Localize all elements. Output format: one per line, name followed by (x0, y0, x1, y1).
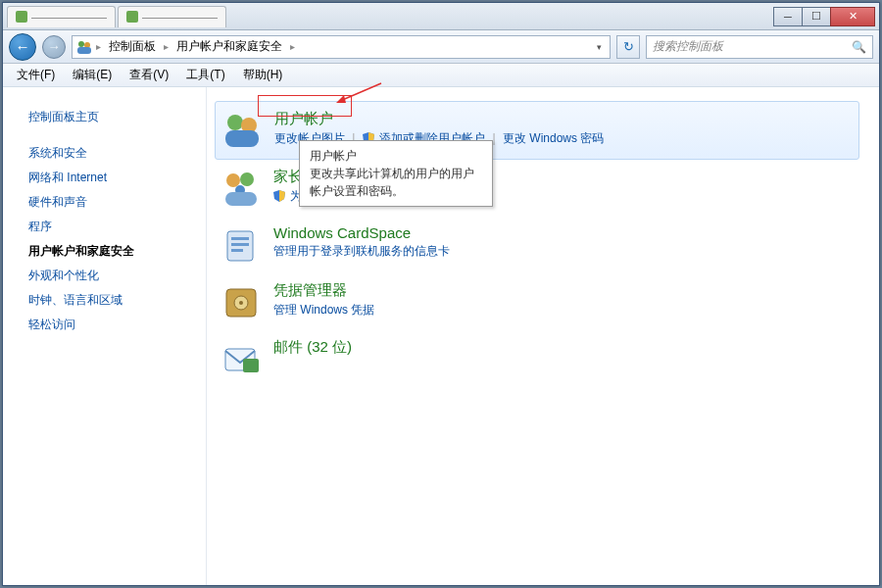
svg-point-3 (227, 115, 243, 130)
refresh-icon: ↻ (623, 39, 634, 54)
maximize-button[interactable]: ☐ (802, 7, 831, 26)
svg-point-6 (226, 173, 240, 187)
main-panel: 用户帐户 更改帐户图片 | 添加或删除用户帐户 | 更改 Windows 密码 (207, 87, 879, 585)
chevron-right-icon: ▸ (290, 41, 295, 52)
breadcrumb-control-panel[interactable]: 控制面板 (105, 37, 160, 56)
browser-tab-1[interactable]: ——————— (7, 6, 116, 27)
tab-label: ——————— (31, 11, 107, 23)
chevron-right-icon: ▸ (164, 41, 169, 52)
favicon-icon (16, 11, 27, 23)
category-credential-manager: 凭据管理器 管理 Windows 凭据 (215, 273, 859, 330)
sidebar-item-appearance[interactable]: 外观和个性化 (28, 264, 196, 288)
category-mail: 邮件 (32 位) (215, 330, 859, 387)
shield-icon (273, 190, 285, 202)
window-controls: ─ ☐ ✕ (774, 7, 875, 26)
menu-tools[interactable]: 工具(T) (178, 64, 232, 86)
tooltip-body: 更改共享此计算机的用户的用户帐户设置和密码。 (310, 165, 482, 200)
menu-file[interactable]: 文件(F) (9, 64, 63, 86)
tooltip: 用户帐户 更改共享此计算机的用户的用户帐户设置和密码。 (299, 140, 493, 207)
close-button[interactable]: ✕ (830, 7, 875, 26)
titlebar: ——————— ——————— ─ ☐ ✕ (3, 3, 879, 30)
menu-bar: 文件(F) 编辑(E) 查看(V) 工具(T) 帮助(H) (3, 64, 879, 87)
category-cardspace: Windows CardSpace 管理用于登录到联机服务的信息卡 (215, 217, 859, 273)
svg-point-7 (240, 172, 254, 186)
user-accounts-icon (221, 110, 263, 151)
mail-icon (220, 338, 262, 379)
sidebar-item-ease[interactable]: 轻松访问 (28, 313, 196, 337)
svg-rect-9 (225, 192, 257, 206)
sidebar: 控制面板主页 系统和安全 网络和 Internet 硬件和声音 程序 用户帐户和… (3, 87, 207, 585)
breadcrumb-user-accounts[interactable]: 用户帐户和家庭安全 (172, 37, 286, 56)
link-user-accounts-title[interactable]: 用户帐户 (274, 110, 333, 128)
favicon-icon (126, 11, 138, 23)
chevron-right-icon: ▸ (96, 41, 101, 52)
svg-rect-18 (243, 359, 259, 372)
menu-view[interactable]: 查看(V) (122, 64, 176, 86)
sidebar-item-user-accounts[interactable]: 用户帐户和家庭安全 (28, 239, 196, 264)
arrow-right-icon: → (48, 39, 61, 54)
sidebar-item-network[interactable]: 网络和 Internet (28, 166, 196, 190)
back-button[interactable]: ← (9, 33, 36, 61)
user-accounts-icon (76, 39, 92, 55)
svg-rect-13 (231, 249, 243, 252)
minimize-button[interactable]: ─ (773, 7, 803, 26)
tab-label: ——————— (142, 11, 218, 23)
forward-button[interactable]: → (42, 35, 66, 59)
menu-edit[interactable]: 编辑(E) (65, 64, 120, 86)
svg-point-0 (78, 41, 84, 47)
tooltip-title: 用户帐户 (310, 147, 482, 165)
sidebar-item-programs[interactable]: 程序 (28, 215, 196, 239)
link-mail-title[interactable]: 邮件 (32 位) (273, 338, 352, 357)
link-credential-title[interactable]: 凭据管理器 (273, 281, 347, 300)
refresh-button[interactable]: ↻ (616, 35, 640, 59)
svg-rect-5 (225, 130, 259, 147)
window: ——————— ——————— ─ ☐ ✕ ← → ▸ 控制面板 ▸ 用户帐户和… (2, 2, 880, 586)
link-cardspace-manage[interactable]: 管理用于登录到联机服务的信息卡 (273, 244, 450, 258)
search-icon: 🔍 (852, 40, 866, 54)
svg-rect-12 (231, 243, 249, 246)
browser-tab-2[interactable]: ——————— (118, 6, 226, 27)
arrow-left-icon: ← (16, 38, 30, 55)
search-placeholder: 搜索控制面板 (653, 38, 723, 55)
cardspace-icon (220, 224, 262, 266)
address-dropdown-icon[interactable]: ▾ (593, 42, 606, 52)
svg-rect-11 (231, 237, 249, 240)
link-credential-manage[interactable]: 管理 Windows 凭据 (273, 303, 374, 317)
sidebar-item-home[interactable]: 控制面板主页 (28, 105, 196, 129)
family-icon (220, 168, 262, 209)
sidebar-item-hardware[interactable]: 硬件和声音 (28, 190, 196, 215)
search-box[interactable]: 搜索控制面板 🔍 (646, 35, 873, 59)
address-bar[interactable]: ▸ 控制面板 ▸ 用户帐户和家庭安全 ▸ ▾ (72, 35, 611, 59)
link-change-password[interactable]: 更改 Windows 密码 (503, 131, 604, 145)
svg-rect-2 (77, 47, 91, 54)
sidebar-item-clock[interactable]: 时钟、语言和区域 (28, 288, 196, 313)
menu-help[interactable]: 帮助(H) (235, 64, 291, 86)
link-cardspace-title[interactable]: Windows CardSpace (273, 224, 411, 241)
sidebar-item-system[interactable]: 系统和安全 (28, 141, 196, 166)
nav-toolbar: ← → ▸ 控制面板 ▸ 用户帐户和家庭安全 ▸ ▾ ↻ 搜索控制面板 🔍 (3, 30, 879, 64)
content-area: 控制面板主页 系统和安全 网络和 Internet 硬件和声音 程序 用户帐户和… (3, 87, 879, 585)
vault-icon (220, 281, 262, 322)
svg-point-16 (239, 301, 243, 305)
